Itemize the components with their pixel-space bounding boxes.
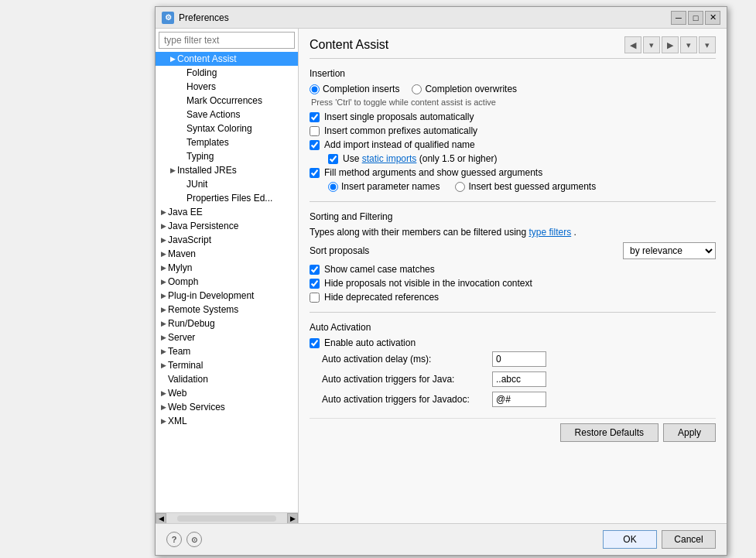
tree-item-validation[interactable]: Validation — [156, 372, 298, 386]
checkbox-insert-single-input[interactable] — [310, 112, 320, 122]
minimize-button[interactable]: ─ — [671, 11, 686, 25]
nav-menu-button[interactable]: ▾ — [699, 36, 716, 53]
tree-arrow-mylyn: ▶ — [159, 263, 168, 272]
tree-item-web[interactable]: ▶ Web — [156, 386, 298, 400]
tree-item-terminal[interactable]: ▶ Terminal — [156, 358, 298, 372]
checkbox-insert-common-input[interactable] — [310, 126, 320, 136]
dialog-titlebar: ⚙ Preferences ─ □ ✕ — [156, 7, 727, 29]
scroll-left-button[interactable]: ◀ — [156, 513, 166, 524]
tree-panel: ▶ Content Assist Folding Hovers Mark Occ… — [156, 29, 299, 523]
help-button[interactable]: ? — [166, 532, 182, 547]
checkbox-insert-common-label: Insert common prefixes automatically — [324, 125, 477, 136]
tree-item-java-ee[interactable]: ▶ Java EE — [156, 205, 298, 219]
tree-item-run-debug[interactable]: ▶ Run/Debug — [156, 317, 298, 330]
tree-item-mark-occurrences[interactable]: Mark Occurrences — [156, 94, 298, 108]
auto-delay-label: Auto activation delay (ms): — [322, 354, 492, 365]
checkbox-insert-single-label: Insert single proposals automatically — [324, 111, 474, 122]
tree-item-oomph[interactable]: ▶ Oomph — [156, 275, 298, 289]
scroll-right-button[interactable]: ▶ — [287, 513, 298, 524]
filter-input[interactable] — [159, 32, 295, 49]
radio-insert-best-input[interactable] — [455, 182, 465, 192]
close-button[interactable]: ✕ — [705, 11, 720, 25]
tree-item-templates[interactable]: Templates — [156, 135, 298, 149]
checkbox-hide-deprecated-label: Hide deprecated references — [324, 292, 439, 303]
checkbox-hide-proposals-input[interactable] — [310, 279, 320, 289]
maximize-button[interactable]: □ — [688, 11, 703, 25]
radio-completion-overwrites-input[interactable] — [412, 84, 422, 94]
checkbox-fill-method: Fill method arguments and show guessed a… — [310, 167, 716, 178]
auto-java-row: Auto activation triggers for Java: — [322, 371, 716, 387]
tree-item-installed-jres[interactable]: ▶ Installed JREs — [156, 163, 298, 177]
content-nav: ◀ ▾ ▶ ▾ ▾ — [624, 36, 716, 53]
tree-arrow-maven: ▶ — [159, 249, 168, 258]
tree-item-xml[interactable]: ▶ XML — [156, 414, 298, 428]
sort-proposals-select[interactable]: by relevance alphabetically — [623, 242, 716, 259]
tree-arrow-save-actions — [177, 110, 186, 119]
tree-item-save-actions[interactable]: Save Actions — [156, 108, 298, 122]
tree-item-server[interactable]: ▶ Server — [156, 330, 298, 344]
tree-item-plugin-development[interactable]: ▶ Plug-in Development — [156, 289, 298, 303]
checkbox-hide-deprecated-input[interactable] — [310, 293, 320, 303]
tree-arrow-java-persistence: ▶ — [159, 221, 168, 231]
tree-item-java-persistence[interactable]: ▶ Java Persistence — [156, 219, 298, 233]
radio-insert-param-label: Insert parameter names — [341, 181, 440, 192]
tree-arrow-content-assist: ▶ — [168, 54, 177, 63]
tree-item-typing[interactable]: Typing — [156, 149, 298, 163]
checkbox-add-import: Add import instead of qualified name — [310, 139, 716, 150]
tree-item-remote-systems[interactable]: ▶ Remote Systems — [156, 303, 298, 317]
tree-scroll[interactable]: ▶ Content Assist Folding Hovers Mark Occ… — [156, 52, 298, 512]
footer-left: ? ⊙ — [166, 532, 202, 547]
radio-completion-inserts-label: Completion inserts — [323, 84, 399, 94]
tree-item-mylyn[interactable]: ▶ Mylyn — [156, 261, 298, 275]
checkbox-enable-auto-input[interactable] — [310, 338, 320, 348]
nav-back-dropdown-button[interactable]: ▾ — [643, 36, 660, 53]
tree-item-team[interactable]: ▶ Team — [156, 344, 298, 358]
tree-item-javascript[interactable]: ▶ JavaScript — [156, 233, 298, 247]
checkbox-enable-auto-label: Enable auto activation — [324, 337, 416, 348]
tree-item-content-assist[interactable]: ▶ Content Assist — [156, 52, 298, 66]
sort-filter-desc: Types along with their members can be fi… — [310, 227, 716, 238]
checkbox-fill-method-input[interactable] — [310, 168, 320, 178]
nav-forward-dropdown-button[interactable]: ▾ — [680, 36, 697, 53]
sort-proposals-row: Sort proposals by relevance alphabetical… — [310, 242, 716, 259]
tree-item-junit[interactable]: JUnit — [156, 177, 298, 191]
action-row: Restore Defaults Apply — [310, 418, 716, 442]
ok-button[interactable]: OK — [603, 530, 657, 549]
checkbox-use-static-imports: Use static imports (only 1.5 or higher) — [328, 153, 716, 164]
checkbox-show-camel-label: Show camel case matches — [324, 264, 435, 275]
tree-item-properties-files[interactable]: Properties Files Ed... — [156, 191, 298, 205]
tree-item-maven[interactable]: ▶ Maven — [156, 247, 298, 261]
checkbox-add-import-input[interactable] — [310, 140, 320, 150]
cancel-button[interactable]: Cancel — [662, 530, 716, 549]
nav-back-button[interactable]: ◀ — [624, 36, 641, 53]
radio-insert-param-input[interactable] — [328, 182, 338, 192]
tree-item-syntax-coloring[interactable]: Syntax Coloring — [156, 122, 298, 135]
checkbox-show-camel-input[interactable] — [310, 265, 320, 275]
checkbox-hide-proposals: Hide proposals not visible in the invoca… — [310, 278, 716, 289]
tree-arrow-web-services: ▶ — [159, 402, 168, 412]
tree-arrow-server: ▶ — [159, 333, 168, 342]
radio-completion-overwrites: Completion overwrites — [412, 84, 517, 94]
auto-javadoc-input[interactable] — [492, 392, 546, 407]
checkbox-insert-single: Insert single proposals automatically — [310, 111, 716, 122]
dialog-icon: ⚙ — [162, 12, 174, 24]
tree-item-folding[interactable]: Folding — [156, 66, 298, 80]
completion-radio-group: Completion inserts Completion overwrites — [310, 84, 716, 94]
apply-button[interactable]: Apply — [663, 423, 716, 442]
auto-java-input[interactable] — [492, 371, 546, 387]
restore-defaults-button[interactable]: Restore Defaults — [560, 423, 659, 442]
auto-delay-input[interactable] — [492, 351, 546, 367]
tree-arrow-xml: ▶ — [159, 416, 168, 426]
tree-item-web-services[interactable]: ▶ Web Services — [156, 400, 298, 414]
checkbox-use-static-imports-input[interactable] — [328, 154, 338, 164]
tree-item-hovers[interactable]: Hovers — [156, 80, 298, 94]
nav-forward-button[interactable]: ▶ — [662, 36, 679, 53]
static-imports-link[interactable]: static imports — [362, 153, 417, 164]
tree-arrow-properties-files — [177, 193, 186, 203]
auto-delay-row: Auto activation delay (ms): — [322, 351, 716, 367]
tree-arrow-folding — [177, 68, 186, 77]
radio-completion-inserts-input[interactable] — [310, 84, 320, 94]
defaults-icon[interactable]: ⊙ — [186, 532, 202, 547]
sort-proposals-label: Sort proposals — [310, 245, 369, 256]
type-filters-link[interactable]: type filters — [529, 227, 572, 238]
